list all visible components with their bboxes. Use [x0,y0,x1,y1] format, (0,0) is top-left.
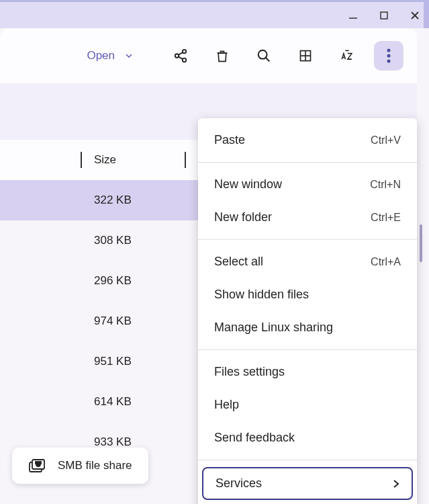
search-icon[interactable] [249,41,279,71]
file-size-cell: 614 KB [94,395,132,409]
context-menu: Paste Ctrl+V New window Ctrl+N New folde… [198,118,417,504]
close-button[interactable] [405,5,425,26]
maximize-button[interactable] [374,5,394,26]
toolbar: Open [0,28,417,83]
file-size-cell: 296 KB [94,274,132,288]
menu-item-help[interactable]: Help [198,388,417,421]
file-size-cell: 974 KB [94,314,132,328]
svg-point-4 [183,50,187,54]
menu-shortcut: Ctrl+E [371,212,401,224]
svg-line-7 [179,52,183,55]
column-divider [81,152,82,168]
grid-view-icon[interactable] [291,41,320,71]
menu-item-linux-sharing[interactable]: Manage Linux sharing [198,311,417,344]
svg-rect-21 [36,462,41,464]
menu-label: Select all [214,255,263,269]
svg-point-17 [387,60,391,63]
delete-icon[interactable] [207,41,237,71]
titlebar [0,0,429,28]
open-label: Open [87,49,115,62]
menu-label: New window [214,177,282,192]
svg-point-6 [183,58,187,62]
sort-az-icon[interactable] [332,41,362,71]
open-button[interactable]: Open [77,44,142,68]
svg-point-9 [258,50,267,59]
menu-label: Show hidden files [214,288,309,302]
menu-label: Help [214,398,239,412]
more-menu-icon[interactable] [374,41,403,71]
toast-label: SMB file share [58,459,132,472]
menu-label: New folder [214,210,272,224]
menu-label: Paste [214,133,245,147]
chevron-right-icon [393,479,399,489]
scrollbar[interactable] [420,224,422,262]
smb-toast[interactable]: SMB file share [12,448,148,484]
smb-share-icon [28,458,46,473]
file-size-cell: 951 KB [94,355,132,368]
file-size-cell: 933 KB [94,435,132,449]
menu-item-new-window[interactable]: New window Ctrl+N [198,168,417,201]
content-area: Open Size 322 KB 308 KB 296 KB [0,28,429,504]
menu-item-paste[interactable]: Paste Ctrl+V [198,124,417,157]
menu-shortcut: Ctrl+N [370,179,401,191]
svg-line-10 [266,58,270,62]
column-divider [185,152,186,168]
file-size-cell: 308 KB [94,234,132,247]
menu-shortcut: Ctrl+A [371,256,401,268]
menu-label: Files settings [214,365,285,379]
file-size-cell: 322 KB [94,194,132,207]
minimize-button[interactable] [343,5,363,26]
menu-item-show-hidden[interactable]: Show hidden files [198,278,417,311]
menu-item-new-folder[interactable]: New folder Ctrl+E [198,201,417,234]
menu-shortcut: Ctrl+V [371,134,401,146]
menu-label: Manage Linux sharing [214,321,333,335]
svg-point-16 [387,54,391,58]
svg-rect-1 [381,12,387,19]
menu-label: Services [216,476,262,491]
menu-item-select-all[interactable]: Select all Ctrl+A [198,245,417,278]
size-column-label: Size [94,153,116,167]
svg-point-15 [387,49,391,52]
menu-item-services[interactable]: Services [202,467,413,500]
share-icon[interactable] [166,41,195,71]
dropdown-icon [126,54,132,58]
menu-label: Send feedback [214,431,295,445]
menu-item-files-settings[interactable]: Files settings [198,355,417,388]
svg-line-8 [179,56,183,59]
svg-point-5 [175,54,179,58]
menu-item-send-feedback[interactable]: Send feedback [198,421,417,454]
